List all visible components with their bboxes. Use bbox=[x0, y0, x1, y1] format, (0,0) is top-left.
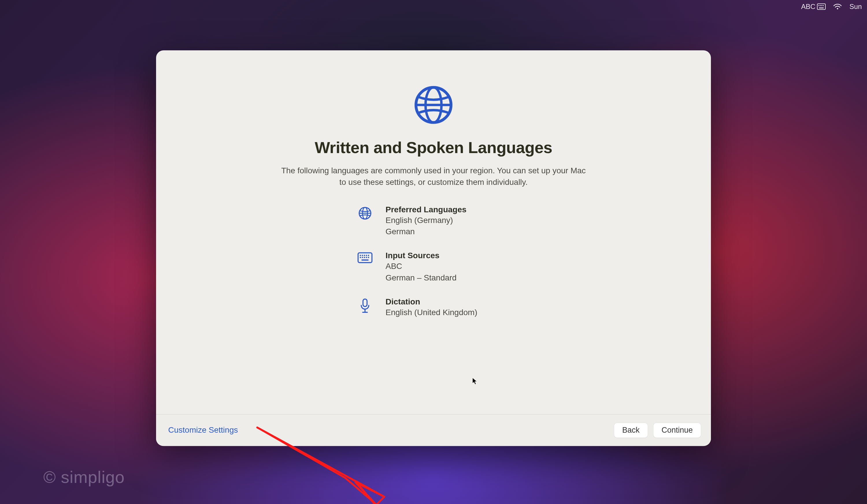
svg-rect-19 bbox=[360, 257, 361, 258]
setup-dialog: Written and Spoken Languages The followi… bbox=[156, 50, 711, 446]
dictation-value-1: English (United Kingdom) bbox=[386, 307, 478, 318]
svg-rect-25 bbox=[363, 299, 367, 306]
svg-rect-22 bbox=[366, 257, 367, 258]
continue-button[interactable]: Continue bbox=[653, 423, 701, 438]
input-source-label: ABC bbox=[801, 3, 815, 11]
globe-icon bbox=[357, 205, 373, 220]
menubar: ABC Sun bbox=[801, 0, 867, 12]
watermark: © simpligo bbox=[43, 467, 125, 487]
globe-hero-icon bbox=[414, 85, 453, 126]
back-button[interactable]: Back bbox=[614, 423, 648, 438]
dictation-item: Dictation English (United Kingdom) bbox=[357, 297, 478, 318]
svg-rect-17 bbox=[366, 255, 367, 256]
preferred-languages-value-2: German bbox=[386, 227, 467, 238]
svg-rect-2 bbox=[820, 5, 821, 6]
wifi-icon[interactable] bbox=[833, 3, 842, 10]
dialog-footer: Customize Settings Back Continue bbox=[156, 414, 711, 446]
input-sources-title: Input Sources bbox=[386, 251, 457, 261]
input-sources-item: Input Sources ABC German – Standard bbox=[357, 251, 478, 284]
preferred-languages-item: Preferred Languages English (Germany) Ge… bbox=[357, 205, 478, 238]
microphone-icon bbox=[357, 297, 373, 314]
svg-rect-15 bbox=[362, 255, 363, 256]
keyboard-icon bbox=[817, 3, 826, 10]
dialog-subtitle: The following languages are commonly use… bbox=[280, 165, 587, 188]
customize-settings-link[interactable]: Customize Settings bbox=[166, 424, 240, 436]
svg-rect-5 bbox=[819, 8, 824, 8]
menubar-clock[interactable]: Sun bbox=[849, 3, 862, 11]
svg-rect-0 bbox=[817, 4, 825, 10]
dialog-title: Written and Spoken Languages bbox=[315, 138, 552, 157]
svg-rect-16 bbox=[364, 255, 365, 256]
preferred-languages-title: Preferred Languages bbox=[386, 205, 467, 214]
svg-rect-18 bbox=[368, 255, 369, 256]
dialog-body: Written and Spoken Languages The followi… bbox=[156, 50, 711, 414]
input-sources-value-2: German – Standard bbox=[386, 272, 457, 283]
svg-rect-21 bbox=[364, 257, 365, 258]
dictation-title: Dictation bbox=[386, 297, 478, 306]
preferred-languages-value-1: English (Germany) bbox=[386, 215, 467, 226]
svg-rect-20 bbox=[362, 257, 363, 258]
svg-rect-24 bbox=[362, 260, 368, 261]
svg-rect-23 bbox=[368, 257, 369, 258]
keyboard-icon bbox=[357, 251, 373, 263]
svg-rect-4 bbox=[823, 5, 824, 6]
svg-point-6 bbox=[837, 8, 838, 10]
settings-summary-list: Preferred Languages English (Germany) Ge… bbox=[357, 205, 478, 318]
input-source-indicator[interactable]: ABC bbox=[801, 3, 826, 11]
input-sources-value-1: ABC bbox=[386, 261, 457, 272]
svg-rect-1 bbox=[818, 5, 819, 6]
svg-rect-14 bbox=[360, 255, 361, 256]
svg-rect-3 bbox=[821, 5, 822, 6]
